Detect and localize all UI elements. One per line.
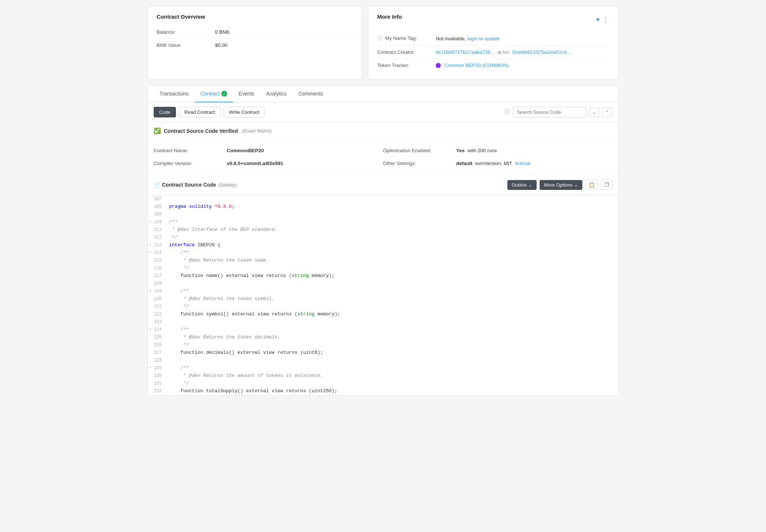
line-number: 127 bbox=[148, 349, 166, 356]
line-number: 125 bbox=[148, 334, 166, 341]
collapse-icon[interactable]: ▾ bbox=[149, 327, 151, 333]
code-content: */ bbox=[166, 380, 618, 387]
code-line: 127 function decimals() external view re… bbox=[148, 349, 618, 357]
code-content: * @dev Returns the token decimals. bbox=[166, 334, 618, 341]
line-number: 107 bbox=[148, 195, 166, 203]
heart-icon[interactable]: ♥ bbox=[596, 16, 600, 23]
code-line: 116 */ bbox=[148, 265, 618, 272]
code-line: ▾124 /** bbox=[148, 326, 618, 334]
optimization-label: Optimization Enabled: bbox=[383, 148, 456, 153]
line-number: ▾113 bbox=[148, 241, 166, 249]
tab-contract[interactable]: Contract ✓ bbox=[195, 86, 233, 102]
code-line: 120 * @dev Returns the token symbol. bbox=[148, 295, 618, 303]
contract-creator-row: Contract Creator: 0x158d6727b17aaba726..… bbox=[377, 46, 609, 59]
tab-analytics[interactable]: Analytics bbox=[260, 86, 292, 102]
code-content: function totalSupply() external view ret… bbox=[166, 387, 618, 395]
collapse-icon[interactable]: ▾ bbox=[149, 219, 151, 225]
collapse-icon[interactable]: ▾ bbox=[149, 288, 151, 294]
code-content: /** bbox=[166, 288, 618, 295]
collapse-icon[interactable]: ▾ bbox=[149, 242, 151, 248]
compiler-value: v0.8.5+commit.a4f2e591 bbox=[227, 161, 283, 166]
code-content: */ bbox=[166, 303, 618, 311]
tab-comments[interactable]: Comments bbox=[292, 86, 329, 102]
line-number: 130 bbox=[148, 372, 166, 379]
code-content: */ bbox=[166, 341, 618, 349]
sub-toolbar: Code Read Contract Write Contract ⓘ ⌄ ⌃ bbox=[148, 102, 618, 122]
line-number: ▾114 bbox=[148, 249, 166, 256]
copy-button[interactable]: 📋 bbox=[585, 180, 598, 190]
at-txn-text: at txn bbox=[497, 49, 510, 55]
code-line: 112 */ bbox=[148, 234, 618, 241]
name-tag-label: ⓘ My Name Tag: bbox=[377, 35, 436, 42]
page-wrapper: Contract Overview Balance: 0 BNB BNB Val… bbox=[142, 0, 624, 401]
collapse-icon[interactable]: ▾ bbox=[149, 250, 151, 256]
chevron-down-btn[interactable]: ⌄ bbox=[589, 108, 599, 117]
line-number: 109 bbox=[148, 211, 166, 218]
search-source-input[interactable] bbox=[513, 107, 586, 117]
code-content: interface IBEP20 { bbox=[166, 241, 618, 249]
code-line: ▾114 /** bbox=[148, 249, 618, 257]
line-number: ▾119 bbox=[148, 288, 166, 295]
code-content: */ bbox=[166, 234, 618, 241]
login-to-update-link[interactable]: login to update bbox=[467, 36, 500, 41]
line-number: 126 bbox=[148, 341, 166, 349]
code-line: 125 * @dev Returns the token decimals. bbox=[148, 334, 618, 341]
contract-meta: Contract Name: CommonBEP20 Optimization … bbox=[148, 140, 618, 175]
source-code-title: 📄 Contract Source Code (Solidity) bbox=[154, 182, 237, 188]
tab-events[interactable]: Events bbox=[233, 86, 260, 102]
contract-verified-badge: ✓ bbox=[221, 91, 227, 97]
chevron-down-icon: ⌄ bbox=[574, 182, 578, 188]
code-content: /** bbox=[166, 326, 618, 334]
line-number: 118 bbox=[148, 280, 166, 287]
chevron-up-btn[interactable]: ⌃ bbox=[602, 108, 612, 117]
creator-txn-link[interactable]: 0xe6fe821f27ba2ea51c4... bbox=[512, 49, 571, 55]
other-settings-value: default evmVersion, MIT license bbox=[456, 161, 530, 166]
outline-button[interactable]: Outline ⌄ bbox=[507, 180, 537, 190]
tab-transactions[interactable]: Transactions bbox=[154, 86, 195, 102]
top-panels: Contract Overview Balance: 0 BNB BNB Val… bbox=[147, 6, 619, 79]
code-content: /** bbox=[166, 364, 618, 372]
name-tag-value: Not Available, login to update bbox=[436, 36, 500, 41]
bnb-value: $0.00 bbox=[215, 42, 228, 48]
read-contract-button[interactable]: Read Contract bbox=[179, 107, 221, 117]
tabs-bar: Transactions Contract ✓ Events Analytics… bbox=[148, 86, 618, 102]
line-number: 116 bbox=[148, 265, 166, 272]
line-number: 123 bbox=[148, 318, 166, 326]
code-content: pragma solidity ^0.8.0; bbox=[166, 203, 618, 211]
code-line: 122 function symbol() external view retu… bbox=[148, 311, 618, 318]
contract-name-value: CommonBEP20 bbox=[227, 148, 264, 153]
line-number: ▾124 bbox=[148, 326, 166, 333]
source-code-actions: Outline ⌄ More Options ⌄ 📋 ❐ bbox=[507, 180, 612, 190]
code-line: 130 * @dev Returns the amount of tokens … bbox=[148, 372, 618, 380]
contract-creator-value: 0x158d6727b17aaba726... at txn 0xe6fe821… bbox=[436, 49, 571, 55]
token-tracker-link[interactable]: Common BEP20 (COMMON) bbox=[444, 63, 508, 68]
more-icon[interactable]: ⋮ bbox=[602, 16, 609, 24]
source-code-header: 📄 Contract Source Code (Solidity) Outlin… bbox=[148, 175, 618, 195]
file-icon: 📄 bbox=[154, 182, 160, 188]
more-info-title: More Info bbox=[377, 14, 402, 20]
code-content: * @dev Returns the amount of tokens in e… bbox=[166, 372, 618, 380]
code-content: function decimals() external view return… bbox=[166, 349, 618, 357]
balance-label: Balance: bbox=[157, 29, 215, 35]
token-icon bbox=[436, 63, 441, 68]
collapse-icon[interactable]: ▾ bbox=[149, 365, 151, 371]
more-options-button[interactable]: More Options ⌄ bbox=[540, 180, 582, 190]
contract-overview-panel: Contract Overview Balance: 0 BNB BNB Val… bbox=[147, 6, 362, 79]
help-icon[interactable]: ⓘ bbox=[504, 108, 510, 116]
balance-value: 0 BNB bbox=[215, 29, 229, 35]
license-link[interactable]: license bbox=[515, 161, 530, 166]
code-button[interactable]: Code bbox=[154, 107, 176, 117]
expand-button[interactable]: ❐ bbox=[601, 180, 612, 190]
main-content-panel: Transactions Contract ✓ Events Analytics… bbox=[147, 85, 619, 396]
code-line: 107 bbox=[148, 195, 618, 203]
code-line: 108pragma solidity ^0.8.0; bbox=[148, 203, 618, 211]
line-number: ▾110 bbox=[148, 218, 166, 226]
bnb-value-row: BNB Value: $0.00 bbox=[157, 39, 353, 52]
code-content: * @dev Returns the token symbol. bbox=[166, 295, 618, 303]
creator-address-link[interactable]: 0x158d6727b17aaba726... bbox=[436, 49, 495, 55]
write-contract-button[interactable]: Write Contract bbox=[224, 107, 265, 117]
line-number: ▾129 bbox=[148, 364, 166, 372]
line-number: 108 bbox=[148, 203, 166, 210]
balance-row: Balance: 0 BNB bbox=[157, 26, 353, 39]
contract-name-label: Contract Name: bbox=[154, 148, 227, 153]
